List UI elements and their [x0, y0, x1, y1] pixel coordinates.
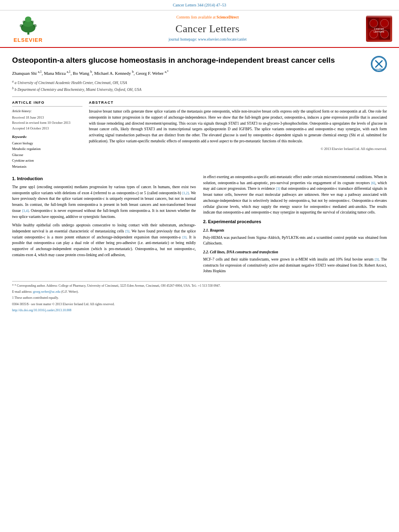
ref-3d[interactable]: [3] — [375, 257, 379, 261]
ref-3c[interactable]: [3] — [276, 187, 280, 191]
svg-point-12 — [380, 19, 389, 27]
doi-link[interactable]: http://dx.doi.org/10.1016/j.canlet.2013.… — [12, 308, 72, 312]
affiliation-b: b b Department of Chemistry and Biochemi… — [12, 86, 387, 92]
journal-header: ELSEVIER Contents lists available at Sci… — [0, 10, 399, 48]
journal-homepage[interactable]: journal homepage: www.elsevier.com/locat… — [169, 37, 247, 43]
contents-available-text: Contents lists available at — [177, 15, 217, 19]
keywords-section: Keywords: Cancer biology Metabolic regul… — [12, 134, 82, 169]
svg-text:CrossMark: CrossMark — [374, 68, 384, 70]
ref-1-2[interactable]: [1,2] — [182, 191, 189, 195]
ref-3b[interactable]: [3] — [183, 235, 187, 239]
elsevier-logo: ELSEVIER — [9, 14, 47, 44]
affiliations: a a University of Cincinnati Academic He… — [12, 79, 387, 92]
journal-reference-bar: Cancer Letters 344 (2014) 47–53 — [0, 0, 399, 10]
keyword-4: Cytokine action — [12, 158, 82, 163]
crossmark-badge[interactable]: CrossMark — [371, 56, 387, 72]
copyright-notice: © 2013 Elsevier Ireland Ltd. All rights … — [89, 146, 387, 151]
footnote-equal-contrib: 1 These authors contributed equally. — [12, 296, 387, 301]
svg-point-5 — [33, 24, 37, 27]
ref-5[interactable]: [5] — [125, 229, 130, 233]
authors: Zhanquan Shi a,1, Mana Mirza a,1, Bo Wan… — [12, 70, 387, 77]
keywords-label: Keywords: — [12, 134, 82, 139]
svg-point-6 — [23, 21, 25, 23]
body-left-column: 1. Introduction The gene spp1 (encoding … — [12, 174, 196, 277]
email-link[interactable]: georg.weber@uc.edu — [33, 290, 60, 294]
footnote-bottom-bar: 0304-3835/$ - see front matter © 2013 El… — [12, 302, 387, 307]
keyword-2: Metabolic regulation — [12, 146, 82, 152]
reagents-text: Poly-HEMA was purchased from Sigma–Aldri… — [203, 235, 387, 246]
ref-3-4[interactable]: [3,4] — [22, 209, 29, 213]
keyword-5: Metastasis — [12, 164, 82, 169]
experimental-heading: 2. Experimental procedures — [203, 218, 387, 225]
sciencedirect-link[interactable]: Contents lists available at ScienceDirec… — [177, 15, 239, 21]
footnote-corresponding-text: * Corresponding author. Address: College… — [14, 284, 221, 288]
received-revised-date: Received in revised form 10 October 2013 — [12, 120, 82, 126]
svg-point-4 — [20, 24, 23, 27]
intro-para-1: The gene spp1 (encoding osteopontin) med… — [12, 184, 196, 220]
intro-para-right-1: in effect exerting an osteopontin-a-spec… — [203, 174, 387, 216]
elsevier-tree-icon — [9, 14, 47, 36]
main-content: Osteopontin-a alters glucose homeostasis… — [0, 48, 399, 318]
journal-badge-area: CANCER LETTERS — [363, 14, 395, 44]
elsevier-logo-area: ELSEVIER — [4, 14, 52, 44]
info-abstract-section: ARTICLE INFO Article history: Received 1… — [12, 100, 387, 169]
homepage-label: journal homepage: — [169, 37, 198, 41]
body-content: 1. Introduction The gene spp1 (encoding … — [12, 174, 387, 277]
abstract-column: ABSTRACT Invasive breast tumor cells gen… — [89, 100, 387, 169]
intro-para-2: While healthy epithelial cells undergo a… — [12, 222, 196, 258]
abstract-body: Invasive breast tumor cells generate thr… — [89, 109, 387, 143]
sciencedirect-brand: ScienceDirect — [216, 15, 239, 19]
svg-text:CANCER: CANCER — [374, 28, 384, 30]
svg-point-11 — [370, 19, 378, 27]
abstract-text: Invasive breast tumor cells generate thr… — [89, 109, 387, 144]
footnote-email: E-mail address: georg.weber@uc.edu (G.F.… — [12, 290, 387, 295]
article-title-container: Osteopontin-a alters glucose homeostasis… — [12, 55, 387, 66]
history-label: Article history: — [12, 109, 82, 114]
email-name: (G.F. Weber). — [61, 290, 78, 294]
footnotes-section: * * Corresponding author. Address: Colle… — [12, 281, 387, 313]
received-date: Received 18 June 2013 — [12, 115, 82, 121]
article-history: Article history: Received 18 June 2013 R… — [12, 109, 82, 131]
svg-text:LETTERS: LETTERS — [374, 31, 384, 33]
body-right-column: in effect exerting an osteopontin-a-spec… — [203, 174, 387, 277]
cell-lines-text: MCF-7 cells and their stable transfectan… — [203, 257, 387, 274]
email-label: E-mail address: — [12, 290, 33, 294]
article-info-column: ARTICLE INFO Article history: Received 1… — [12, 100, 82, 169]
badge-icon: CANCER LETTERS — [368, 18, 390, 40]
homepage-url: www.elsevier.com/locate/canlet — [198, 37, 247, 41]
footnote-corresponding: * * Corresponding author. Address: Colle… — [12, 283, 387, 289]
journal-reference-text: Cancer Letters 344 (2014) 47–53 — [173, 3, 226, 7]
reagents-subheading: 2.1. Reagents — [203, 228, 387, 234]
elsevier-brand-text: ELSEVIER — [14, 37, 43, 44]
keyword-1: Cancer biology — [12, 140, 82, 146]
intro-heading: 1. Introduction — [12, 175, 196, 182]
svg-point-7 — [31, 21, 34, 23]
article-title-text: Osteopontin-a alters glucose homeostasis… — [12, 56, 335, 64]
footnote-doi[interactable]: http://dx.doi.org/10.1016/j.canlet.2013.… — [12, 308, 387, 313]
article-info-header: ARTICLE INFO — [12, 100, 82, 107]
abstract-header: ABSTRACT — [89, 100, 387, 107]
affiliation-a: a a University of Cincinnati Academic He… — [12, 79, 387, 86]
ref-6[interactable]: [6] — [371, 181, 375, 185]
keyword-3: Glucose — [12, 152, 82, 158]
svg-point-3 — [25, 16, 31, 22]
accepted-date: Accepted 14 October 2013 — [12, 126, 82, 131]
section-divider — [12, 97, 387, 97]
cell-lines-subheading: 2.2. Cell lines, DNA constructs and tran… — [203, 249, 387, 255]
crossmark-icon: CrossMark — [372, 57, 386, 71]
cancer-letters-badge: CANCER LETTERS — [366, 16, 392, 42]
journal-title: Cancer Letters — [175, 21, 239, 37]
journal-title-area: Contents lists available at ScienceDirec… — [56, 14, 359, 44]
page: Cancer Letters 344 (2014) 47–53 — [0, 0, 399, 532]
